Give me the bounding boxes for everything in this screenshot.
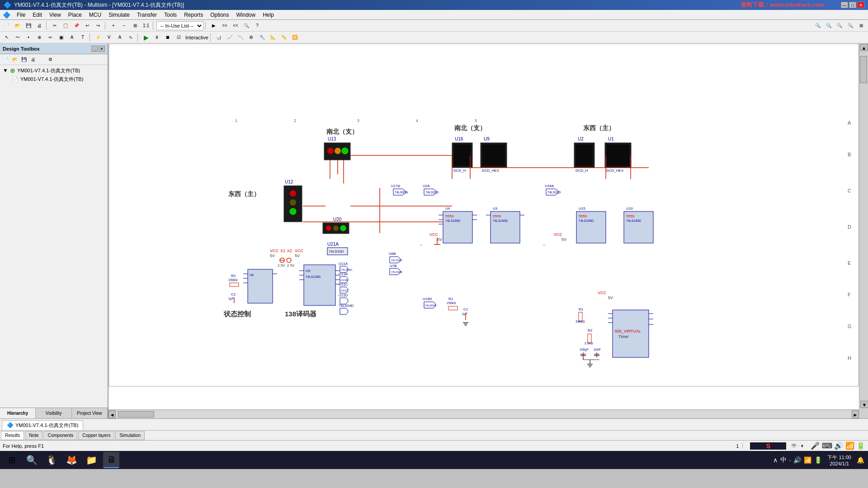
menu-options[interactable]: Options — [207, 11, 232, 19]
sheet-tab-active[interactable]: 🔷 YM001-V7.4.1-仿真文件(TB) — [2, 420, 83, 430]
website-link[interactable]: 资料下载：www.edashare.com — [741, 1, 825, 9]
menu-mcu[interactable]: MCU — [85, 11, 105, 19]
menu-view[interactable]: View — [46, 11, 65, 19]
scroll-thumb-v[interactable] — [860, 56, 867, 83]
menu-tools[interactable]: Tools — [160, 11, 180, 19]
undo-button[interactable]: ↩ — [82, 21, 92, 30]
zoom-fit-right[interactable]: 🔍 — [835, 21, 844, 30]
copy-button[interactable]: 📋 — [61, 21, 71, 30]
run-sim-btn[interactable]: ▶ — [141, 33, 151, 42]
oscilloscope-btn[interactable]: ∿ — [126, 33, 136, 42]
analysis7-btn[interactable]: 📏 — [279, 33, 289, 42]
analysis2-btn[interactable]: 📈 — [225, 33, 235, 42]
taskbar-multisim[interactable]: 🖥 — [103, 452, 119, 468]
tray-notification-icon[interactable]: 🔔 — [857, 456, 864, 464]
scroll-left-btn[interactable]: ◄ — [108, 410, 116, 418]
result-tab-note[interactable]: Note — [25, 431, 42, 440]
panel-tb-open[interactable]: 📂 — [11, 56, 19, 64]
probe-btn[interactable]: ⚡ — [93, 33, 103, 42]
menu-edit[interactable]: Edit — [29, 11, 46, 19]
minimize-button[interactable]: — — [841, 2, 848, 8]
zoom-out-right[interactable]: 🔍 — [824, 21, 834, 30]
open-button[interactable]: 📂 — [13, 21, 23, 30]
voltmeter-btn[interactable]: V — [104, 33, 114, 42]
search-btn[interactable]: 🔍 — [241, 21, 251, 30]
tray-expand-icon[interactable]: ∧ — [773, 456, 778, 464]
pause-sim-btn[interactable]: ⏸ — [152, 33, 162, 42]
tab-hierarchy[interactable]: Hierarchy — [0, 408, 36, 418]
zoom-in-right[interactable]: 🔍 — [813, 21, 823, 30]
panel-minimize-btn[interactable]: _ — [91, 46, 98, 52]
analysis8-btn[interactable]: 🔀 — [290, 33, 300, 42]
in-use-list-dropdown[interactable]: -- In-Use List -- — [156, 21, 203, 30]
tab-visibility[interactable]: Visibility — [36, 408, 71, 418]
canvas-area[interactable]: 数字交通灯 A B C D E F G H U13 — [108, 43, 868, 418]
bus-btn[interactable]: ═ — [45, 33, 55, 42]
clock-area[interactable]: 下午 11:00 2024/1/1 — [824, 454, 855, 466]
label-btn[interactable]: T — [78, 33, 88, 42]
ammeter-btn[interactable]: A — [115, 33, 125, 42]
panel-tb-new[interactable]: 📄 — [2, 56, 10, 64]
select-btn[interactable]: ↖ — [2, 33, 12, 42]
zoom-100-right[interactable]: 🔍 — [845, 21, 855, 30]
tree-child-item[interactable]: 📄 YM001-V7.4.1-仿真文件(TB) — [10, 75, 107, 84]
panel-close-btn[interactable]: × — [99, 46, 105, 52]
zoom-100-btn[interactable]: 1:1 — [141, 21, 151, 30]
zoom-fit-btn[interactable]: ⊞ — [130, 21, 140, 30]
menu-place[interactable]: Place — [65, 11, 85, 19]
menu-simulate[interactable]: Simulate — [105, 11, 133, 19]
analysis-btn[interactable]: 📊 — [214, 33, 224, 42]
scroll-down-btn[interactable]: ▼ — [860, 401, 868, 408]
help-btn2[interactable]: ? — [252, 21, 262, 30]
analysis3-btn[interactable]: 📉 — [236, 33, 245, 42]
text-btn[interactable]: A — [67, 33, 77, 42]
forward-btn[interactable]: >> — [220, 21, 230, 30]
tray-network-icon[interactable]: 📶 — [804, 456, 811, 464]
result-tab-simulation[interactable]: Simulation — [115, 431, 145, 440]
result-tab-copper[interactable]: Copper layers — [78, 431, 114, 440]
menu-reports[interactable]: Reports — [180, 11, 207, 19]
wire-btn[interactable]: 〜 — [13, 33, 23, 42]
junction-btn[interactable]: ⊕ — [34, 33, 44, 42]
analysis4-btn[interactable]: ⚙ — [246, 33, 256, 42]
cut-button[interactable]: ✂ — [50, 21, 60, 30]
panel-tb-print[interactable]: 🖨 — [29, 56, 37, 64]
scroll-thumb-h[interactable] — [118, 411, 154, 418]
new-button[interactable]: 📄 — [2, 21, 12, 30]
menu-window[interactable]: Window — [233, 11, 259, 19]
taskbar-browser[interactable]: 🦊 — [63, 452, 80, 468]
taskbar-linux[interactable]: 🐧 — [43, 452, 60, 468]
save-button[interactable]: 💾 — [24, 21, 33, 30]
tray-sound-icon[interactable]: 🔊 — [793, 456, 801, 464]
analysis6-btn[interactable]: 📐 — [268, 33, 278, 42]
run-btn[interactable]: ▶ — [209, 21, 219, 30]
menu-help[interactable]: Help — [259, 11, 278, 19]
scroll-right-btn[interactable]: ► — [852, 410, 859, 418]
stop-sim-btn[interactable]: ⏹ — [163, 33, 173, 42]
tray-input-icon[interactable]: 中 — [780, 456, 787, 464]
taskbar-search[interactable]: 🔍 — [24, 452, 40, 468]
scroll-up-btn[interactable]: ▲ — [860, 44, 868, 51]
result-tab-components[interactable]: Components — [43, 431, 77, 440]
redo-button[interactable]: ↪ — [93, 21, 103, 30]
v-scrollbar[interactable]: ▲ ▼ — [859, 43, 868, 409]
component-btn[interactable]: ▣ — [56, 33, 66, 42]
analysis5-btn[interactable]: 🔧 — [257, 33, 267, 42]
close-button[interactable]: ✕ — [857, 2, 864, 8]
menu-transfer[interactable]: Transfer — [133, 11, 160, 19]
result-tab-results[interactable]: Results — [1, 431, 24, 440]
node-btn[interactable]: • — [24, 33, 33, 42]
interactive-check[interactable]: ☑ — [174, 33, 184, 42]
schematic-view[interactable]: 数字交通灯 A B C D E F G H U13 — [108, 43, 859, 409]
paste-button[interactable]: 📌 — [71, 21, 81, 30]
panel-tb-save[interactable]: 💾 — [20, 56, 28, 64]
zoom-out-btn[interactable]: − — [119, 21, 129, 30]
menu-file[interactable]: File — [13, 11, 29, 19]
restore-button[interactable]: □ — [849, 2, 856, 8]
back-btn[interactable]: << — [231, 21, 241, 30]
zoom-in-btn[interactable]: + — [108, 21, 118, 30]
print-button[interactable]: 🖨 — [34, 21, 44, 30]
tab-project-view[interactable]: Project View — [72, 408, 108, 418]
grid-btn[interactable]: ⊞ — [856, 21, 866, 30]
taskbar-files[interactable]: 📁 — [83, 452, 99, 468]
